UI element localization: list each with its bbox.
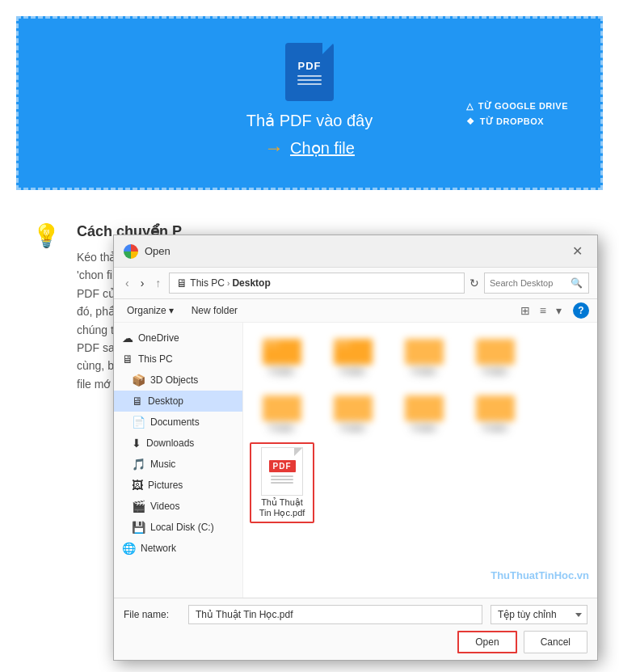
folder-icon-1 [263,332,301,365]
folder-item-3[interactable]: Folder [392,329,457,379]
filename-label: File name: [124,609,180,620]
chrome-icon [124,244,138,259]
google-drive-icon: △ [466,100,474,111]
sidebar-item-documents[interactable]: 📄 Documents [114,412,242,433]
svg-rect-7 [405,340,421,347]
pdf-icon-lines [297,75,322,85]
help-button[interactable]: ? [573,302,589,319]
new-folder-button[interactable]: New folder [187,302,242,319]
arrow-choose-group: → Chọn file [264,137,355,159]
search-bar[interactable]: 🔍 [484,273,589,294]
folder-item-7[interactable]: Folder [392,386,457,436]
open-button[interactable]: Open [457,631,516,653]
organize-button[interactable]: Organize ▾ [122,302,179,319]
pdf-badge: PDF [269,460,296,472]
forward-button[interactable]: › [137,275,148,291]
upload-area[interactable]: PDF Thả PDF vào đây → Chọn file △ TỪ GOO… [16,16,603,190]
search-icon-button[interactable]: 🔍 [571,277,583,289]
sidebar-item-pictures[interactable]: 🖼 Pictures [114,475,242,496]
back-button[interactable]: ‹ [122,275,133,291]
view-details-button[interactable]: ▾ [553,302,565,319]
dropbox-btn[interactable]: ❖ TỪ DROPBOX [466,116,568,126]
sidebar-item-thispc[interactable]: 🖥 This PC [114,349,242,370]
folder-icon-3 [405,332,444,365]
dialog-main: ☁ OneDrive 🖥 This PC 📦 3D Objects 🖥 Desk… [114,323,597,598]
folder-item-8[interactable]: Folder [463,386,528,436]
svg-rect-5 [334,340,350,347]
filetype-select[interactable]: Tệp tùy chỉnh [491,605,587,624]
pdf-file-label: Thủ Thuật Tin Học.pdf [255,497,310,518]
view-list-button[interactable]: ≡ [537,302,550,319]
thispc-icon: 🖥 [122,353,133,366]
view-toggle-button[interactable]: ⊞ [517,302,533,319]
folder-item-6[interactable]: Folder [321,386,385,436]
videos-label: Videos [150,501,179,512]
folder-item-2[interactable]: Folder [321,329,385,379]
search-input[interactable] [490,278,571,288]
up-button[interactable]: ↑ [152,275,164,291]
folder-icon-7 [405,389,444,421]
sidebar-item-music[interactable]: 🎵 Music [114,454,242,475]
dropbox-icon: ❖ [466,116,475,126]
refresh-button[interactable]: ↻ [470,277,479,290]
line2 [297,79,322,81]
sidebar-item-3dobjects[interactable]: 📦 3D Objects [114,370,242,391]
dialog-titlebar: Open ✕ [114,235,597,268]
dialog-bottom: File name: Tệp tùy chỉnh Open Cancel [114,598,597,660]
path-this-pc[interactable]: This PC [190,277,225,289]
svg-rect-15 [405,397,421,404]
folder-label-7: Folder [411,423,436,433]
path-desktop[interactable]: Desktop [232,277,270,289]
sidebar-item-desktop[interactable]: 🖥 Desktop [114,391,242,412]
lightbulb-icon: 💡 [32,222,61,393]
pdf-thumb-lines [271,475,293,484]
path-arrow1: › [227,279,229,288]
dialog-addressbar: ‹ › ↑ 🖥 This PC › Desktop ↻ 🔍 [114,268,597,299]
filename-input[interactable] [188,605,482,624]
choose-file-link[interactable]: Chọn file [290,138,355,158]
pdf-thumbnail: PDF [261,447,303,496]
folder-icon-2 [334,332,373,365]
documents-icon: 📄 [132,416,145,429]
path-segment: 🖥 This PC › Desktop [176,277,270,290]
pdf-label: PDF [298,60,322,72]
documents-label: Documents [150,416,200,428]
folder-label-1: Folder [269,366,294,376]
pdf-line2 [271,479,293,480]
watermark: ThuThuatTinHoc.vn [491,569,589,581]
dialog-close-button[interactable]: ✕ [567,242,587,260]
sidebar-item-downloads[interactable]: ⬇ Downloads [114,433,242,454]
sidebar-item-videos[interactable]: 🎬 Videos [114,496,242,517]
sidebar-item-network[interactable]: 🌐 Network [114,538,242,559]
desktop-icon: 🖥 [132,395,143,408]
organize-label: Organize [127,305,166,316]
view-buttons: ⊞ ≡ ▾ [517,302,565,319]
sidebar-item-onedrive[interactable]: ☁ OneDrive [114,328,242,349]
localdisk-icon: 💾 [132,521,145,534]
path-bar: 🖥 This PC › Desktop [169,273,465,294]
google-drive-label: TỪ GOOGLE DRIVE [478,100,568,111]
localdisk-label: Local Disk (C:) [150,522,214,533]
downloads-label: Downloads [146,437,194,449]
svg-rect-2 [263,340,279,347]
cloud-buttons-group: △ TỪ GOOGLE DRIVE ❖ TỪ DROPBOX [466,100,568,126]
videos-icon: 🎬 [132,500,145,513]
sidebar-item-localdisk[interactable]: 💾 Local Disk (C:) [114,517,242,538]
folder-item-1[interactable]: Folder [250,329,314,379]
svg-rect-13 [334,397,350,404]
dialog-title-text: Open [145,245,171,257]
dialog-toolbar: Organize ▾ New folder ⊞ ≡ ▾ ? [114,299,597,323]
organize-chevron: ▾ [169,305,174,316]
thispc-label: This PC [138,353,173,365]
music-label: Music [150,459,175,470]
pdf-line1 [271,475,293,477]
folder-item-5[interactable]: Folder [250,386,314,436]
svg-rect-9 [476,340,492,347]
downloads-icon: ⬇ [132,437,141,450]
folder-label-3: Folder [411,366,436,376]
folder-item-4[interactable]: Folder [463,329,528,379]
pdf-file-item[interactable]: PDF Thủ Thuật Tin Học.pdf [250,442,314,523]
drop-text: Thả PDF vào đây [246,111,373,130]
cancel-button[interactable]: Cancel [524,631,587,653]
google-drive-btn[interactable]: △ TỪ GOOGLE DRIVE [466,100,568,111]
